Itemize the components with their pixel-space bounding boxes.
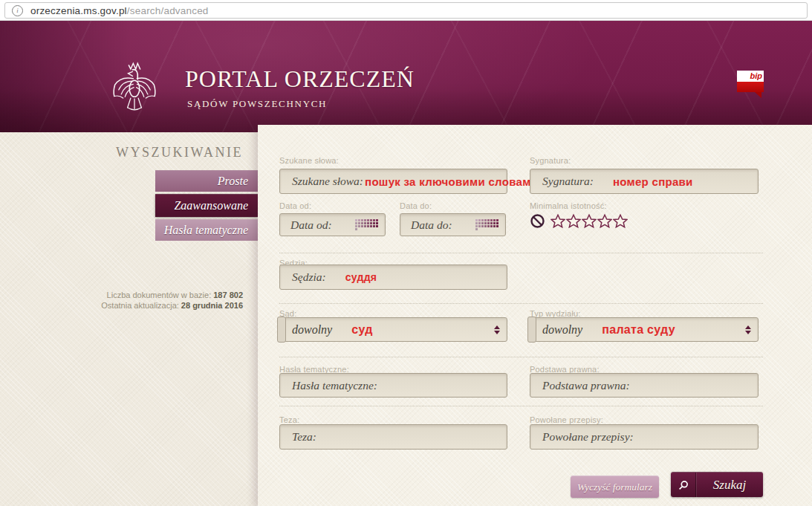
szukane-slowa-input[interactable]: Szukane słowa: пошук за ключовими словам… bbox=[279, 169, 507, 194]
star-icon[interactable] bbox=[566, 214, 581, 228]
typ-wydzialu-annotation: палата суду bbox=[602, 323, 675, 337]
teza-placeholder: Teza: bbox=[292, 430, 316, 444]
rating-stars[interactable] bbox=[550, 214, 628, 228]
sad-selected-value: dowolny bbox=[292, 323, 332, 337]
search-icon bbox=[671, 473, 696, 497]
search-button-label: Szukaj bbox=[696, 473, 763, 497]
bip-logo-top: bip bbox=[737, 71, 764, 82]
star-icon[interactable] bbox=[597, 214, 612, 228]
sad-select[interactable]: dowolny суд bbox=[279, 317, 507, 342]
typ-wydzialu-select[interactable]: dowolny палата суду bbox=[530, 317, 759, 342]
database-stats: Liczba dokumentów w bazie:187 802 Ostatn… bbox=[0, 290, 243, 311]
data-do-label: Data do: bbox=[400, 201, 432, 210]
data-do-input[interactable]: Data do: bbox=[400, 213, 506, 236]
szukane-slowa-placeholder: Szukane słowa: bbox=[292, 175, 363, 188]
teza-label: Teza: bbox=[279, 415, 299, 424]
separator bbox=[279, 357, 763, 357]
url-text: orzeczenia.ms.gov.pl/search/advanced bbox=[30, 5, 209, 16]
hasla-tematyczne-input[interactable]: Hasła tematyczne: bbox=[279, 373, 507, 398]
powolane-przepisy-input[interactable]: Powołane przepisy: bbox=[530, 424, 759, 450]
sedzia-annotation: суддя bbox=[345, 271, 377, 283]
separator bbox=[279, 253, 763, 253]
bip-logo[interactable]: bip bbox=[737, 71, 764, 92]
sedzia-input[interactable]: Sędzia: суддя bbox=[279, 265, 507, 290]
url-bar[interactable]: i orzeczenia.ms.gov.pl/search/advanced bbox=[4, 2, 808, 19]
docs-count-line: Liczba dokumentów w bazie:187 802 bbox=[0, 290, 243, 300]
chevron-updown-icon bbox=[745, 325, 751, 334]
data-od-label: Data od: bbox=[279, 201, 311, 210]
sidebar-item-zaawansowane[interactable]: Zaawansowane bbox=[155, 194, 258, 217]
polish-eagle-logo bbox=[109, 57, 160, 123]
teza-input[interactable]: Teza: bbox=[279, 424, 507, 450]
sidebar-heading: WYSZUKIWANIE bbox=[0, 145, 243, 160]
bip-logo-tail bbox=[755, 92, 761, 98]
star-icon[interactable] bbox=[582, 214, 597, 228]
no-rating-icon[interactable] bbox=[530, 213, 545, 229]
portal-title: PORTAL ORZECZEŃ bbox=[185, 65, 415, 93]
search-button[interactable]: Szukaj bbox=[671, 472, 763, 497]
szukane-slowa-annotation: пошук за ключовими словами bbox=[365, 175, 538, 188]
sad-annotation: суд bbox=[351, 323, 372, 337]
separator bbox=[279, 303, 763, 304]
data-od-input[interactable]: Data od: bbox=[279, 213, 386, 236]
bip-logo-bottom bbox=[737, 82, 764, 92]
szukane-slowa-label: Szukane słowa: bbox=[279, 156, 339, 165]
typ-wydzialu-selected-value: dowolny bbox=[542, 323, 582, 337]
last-update-line: Ostatnia aktualizacja:28 grudnia 2016 bbox=[0, 300, 243, 311]
advanced-search-form: Szukane słowa: Szukane słowa: пошук за к… bbox=[258, 125, 812, 506]
star-icon[interactable] bbox=[550, 214, 565, 228]
separator bbox=[279, 406, 763, 406]
podstawa-prawna-placeholder: Podstawa prawna: bbox=[542, 379, 630, 392]
site-header: PORTAL ORZECZEŃ SĄDÓW POWSZECHNYCH bip bbox=[0, 21, 812, 132]
star-icon[interactable] bbox=[613, 214, 628, 228]
importance-rating bbox=[530, 213, 628, 229]
search-mode-nav: Proste Zaawansowane Hasła tematyczne bbox=[155, 170, 258, 243]
hasla-tematyczne-placeholder: Hasła tematyczne: bbox=[292, 379, 377, 392]
powolane-przepisy-label: Powołane przepisy: bbox=[530, 415, 603, 424]
sidebar-item-proste[interactable]: Proste bbox=[155, 170, 258, 192]
clear-form-button[interactable]: Wyczyść formularz bbox=[571, 476, 659, 498]
sygnatura-label: Sygnatura: bbox=[530, 156, 571, 165]
calendar-icon[interactable] bbox=[355, 219, 379, 231]
sygnatura-placeholder: Sygnatura: bbox=[542, 175, 594, 188]
podstawa-prawna-input[interactable]: Podstawa prawna: bbox=[530, 373, 759, 398]
minimalna-istotnosc-label: Minimalna istotność: bbox=[530, 201, 607, 210]
chevron-updown-icon bbox=[494, 325, 500, 334]
calendar-icon[interactable] bbox=[475, 219, 499, 231]
powolane-przepisy-placeholder: Powołane przepisy: bbox=[542, 430, 634, 444]
data-od-placeholder: Data od: bbox=[290, 218, 332, 232]
sidebar-item-hasla-tematyczne[interactable]: Hasła tematyczne bbox=[155, 219, 258, 241]
sygnatura-input[interactable]: Sygnatura: номер справи bbox=[530, 169, 759, 194]
portal-subtitle: SĄDÓW POWSZECHNYCH bbox=[187, 98, 327, 110]
sedzia-placeholder: Sędzia: bbox=[292, 270, 326, 284]
data-do-placeholder: Data do: bbox=[411, 218, 452, 232]
browser-chrome: i orzeczenia.ms.gov.pl/search/advanced bbox=[0, 0, 812, 21]
site-info-icon[interactable]: i bbox=[12, 5, 23, 16]
sygnatura-annotation: номер справи bbox=[613, 175, 693, 188]
